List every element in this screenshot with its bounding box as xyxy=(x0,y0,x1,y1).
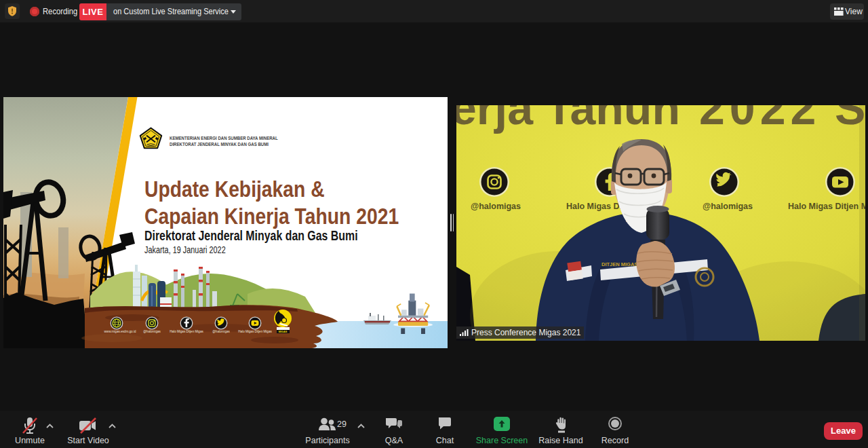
svg-text:@halomigas: @halomigas xyxy=(143,330,161,333)
svg-text:MIGAS: MIGAS xyxy=(279,331,288,333)
svg-text:@halomigas: @halomigas xyxy=(703,202,753,211)
svg-text:Halo Migas Ditjen Migas: Halo Migas Ditjen Migas xyxy=(788,202,865,211)
svg-text:@halomigas: @halomigas xyxy=(212,330,230,333)
svg-text:@halomigas: @halomigas xyxy=(471,202,521,211)
svg-text:DITJEN MIGAS: DITJEN MIGAS xyxy=(601,261,637,267)
svg-text:www.migas.esdm.go.id: www.migas.esdm.go.id xyxy=(104,330,136,333)
svg-text:Halo Migas Ditjen Migas: Halo Migas Ditjen Migas xyxy=(170,330,203,333)
svg-text:Halo Migas Ditjen Migas: Halo Migas Ditjen Migas xyxy=(238,330,272,333)
